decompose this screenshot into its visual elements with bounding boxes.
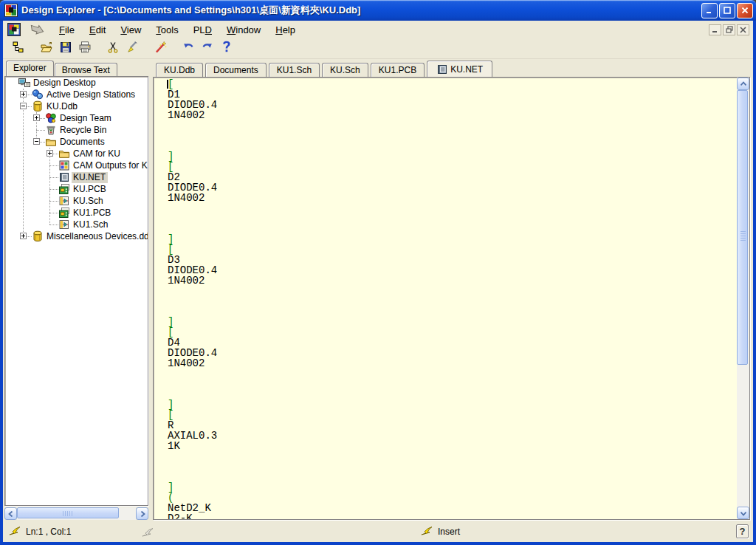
save-button[interactable] — [56, 39, 75, 58]
menu-file[interactable]: File — [52, 22, 82, 38]
doc-tab-label: KU.Ddb — [164, 65, 195, 75]
tree-item-label: Active Design Stations — [45, 89, 137, 100]
tree-item-ku-sch[interactable]: KU.Sch — [5, 195, 148, 207]
tree-item-cam-for-ku[interactable]: CAM for KU — [5, 148, 148, 160]
app-icon — [4, 4, 18, 17]
scrollbar-track[interactable] — [17, 507, 136, 520]
expand-toggle[interactable] — [47, 150, 53, 157]
scroll-down-button[interactable] — [737, 507, 749, 519]
doc-tab-label: KU.NET — [450, 64, 483, 75]
title-bar[interactable]: Design Explorer - [C:\Documents and Sett… — [0, 0, 756, 21]
magic-wand-icon — [154, 41, 168, 57]
pcb-icon — [58, 183, 70, 195]
cut-icon — [106, 41, 120, 57]
editor-line — [168, 451, 737, 462]
tree-connector — [49, 201, 58, 202]
tree-item-label: CAM Outputs for KU — [72, 160, 148, 171]
menu-help[interactable]: Help — [268, 22, 303, 38]
doc-tab-ku-net[interactable]: KU.NET — [427, 61, 492, 77]
paste-button[interactable] — [123, 39, 142, 58]
tree-item-ku-ddb[interactable]: KU.Ddb — [5, 100, 148, 112]
expand-toggle[interactable] — [33, 114, 40, 121]
redo-button[interactable] — [198, 39, 217, 58]
tree-item-miscellaneous-devices-ddb[interactable]: Miscellaneous Devices.ddb — [5, 230, 148, 242]
editor-line: DIODE0.4 — [168, 182, 737, 193]
close-button[interactable] — [737, 3, 753, 18]
scroll-up-button[interactable] — [737, 78, 749, 90]
maximize-button[interactable] — [719, 3, 735, 18]
editor-text[interactable]: [D1DIODE0.41N4002 ][D2DIODE0.41N4002 ][D… — [154, 78, 737, 519]
tree-item-active-design-stations[interactable]: Active Design Stations — [5, 89, 148, 100]
toolbar — [3, 38, 753, 59]
explorer-toggle-button[interactable] — [9, 39, 28, 58]
tab-explorer[interactable]: Explorer — [6, 61, 54, 76]
status-help-button[interactable]: ? — [736, 524, 749, 538]
tree-item-ku-pcb[interactable]: KU.PCB — [5, 183, 148, 195]
scrollbar-thumb[interactable] — [737, 90, 748, 365]
editor-line — [168, 462, 737, 472]
help-icon — [222, 41, 231, 56]
doc-tab-ku1-pcb[interactable]: KU1.PCB — [371, 63, 425, 77]
menu-edit[interactable]: Edit — [82, 22, 113, 38]
menu-window[interactable]: Window — [219, 22, 268, 38]
mdi-restore-button[interactable] — [723, 24, 735, 35]
scrollbar-track[interactable] — [737, 90, 749, 507]
undo-button[interactable] — [179, 39, 198, 58]
tab-browse-text[interactable]: Browse Text — [55, 63, 117, 76]
scroll-left-button[interactable] — [4, 507, 17, 520]
scroll-right-button[interactable] — [136, 507, 148, 520]
tree-item-ku1-sch[interactable]: KU1.Sch — [5, 219, 148, 230]
scrollbar-thumb[interactable] — [17, 507, 119, 518]
stations-icon — [32, 89, 44, 100]
netlist-editor[interactable]: [D1DIODE0.41N4002 ][D2DIODE0.41N4002 ][D… — [153, 77, 750, 520]
collapse-toggle[interactable] — [33, 138, 40, 145]
protel-logo-icon[interactable] — [7, 23, 21, 36]
menu-tools[interactable]: Tools — [148, 22, 185, 38]
tree-item-ku1-pcb[interactable]: KU1.PCB — [5, 207, 148, 219]
tree-item-ku-net[interactable]: KU.NET — [5, 171, 148, 183]
editor-line: 1N4002 — [168, 358, 737, 369]
explorer-toggle-icon — [12, 41, 25, 57]
folder-icon — [58, 148, 70, 160]
tree-item-recycle-bin[interactable]: Recycle Bin — [5, 124, 148, 136]
cut-button[interactable] — [103, 39, 123, 58]
desktop-icon — [18, 77, 30, 89]
editor-line — [168, 389, 737, 400]
print-button[interactable] — [75, 39, 94, 58]
explorer-panel: ExplorerBrowse Text Design DesktopActive… — [4, 61, 148, 520]
status-arrow-icon — [421, 526, 433, 538]
editor-vertical-scrollbar[interactable] — [737, 78, 749, 519]
open-button[interactable] — [37, 39, 56, 58]
editor-line: 1N4002 — [168, 193, 737, 203]
editor-line: ] — [168, 482, 737, 493]
tree-item-cam-outputs-for-ku[interactable]: CAM Outputs for KU — [5, 160, 148, 171]
doc-tab-ku-sch[interactable]: KU.Sch — [322, 63, 368, 77]
doc-tab-ku1-sch[interactable]: KU1.Sch — [269, 63, 320, 77]
tree-item-design-desktop[interactable]: Design Desktop — [5, 77, 148, 89]
expand-toggle[interactable] — [20, 233, 27, 239]
editor-line — [168, 203, 737, 213]
schematic-icon — [58, 195, 70, 207]
doc-tab-documents[interactable]: Documents — [205, 63, 267, 77]
tree-connector — [49, 213, 58, 213]
magic-wand-button[interactable] — [151, 39, 170, 58]
editor-line: ] — [168, 234, 737, 244]
editor-line: [ — [168, 79, 737, 89]
menu-view[interactable]: View — [113, 22, 148, 38]
help-button[interactable] — [217, 39, 236, 58]
schematic-icon — [58, 219, 70, 230]
menu-pld[interactable]: PLD — [186, 22, 219, 38]
editor-line: D4 — [168, 337, 737, 348]
menu-arrow-icon[interactable] — [28, 24, 46, 35]
mdi-close-button[interactable] — [737, 24, 749, 35]
document-panel: KU.DdbDocumentsKU1.SchKU.SchKU1.PCBKU.NE… — [153, 61, 750, 520]
collapse-toggle[interactable] — [20, 103, 27, 109]
minimize-button[interactable] — [701, 3, 718, 18]
doc-tab-ku-ddb[interactable]: KU.Ddb — [156, 63, 203, 77]
editor-line — [168, 379, 737, 389]
mdi-minimize-button[interactable] — [709, 24, 721, 35]
tree-horizontal-scrollbar[interactable] — [4, 507, 148, 520]
tree-item-documents[interactable]: Documents — [5, 136, 148, 148]
tree-item-design-team[interactable]: Design Team — [5, 112, 148, 124]
expand-toggle[interactable] — [20, 91, 27, 97]
